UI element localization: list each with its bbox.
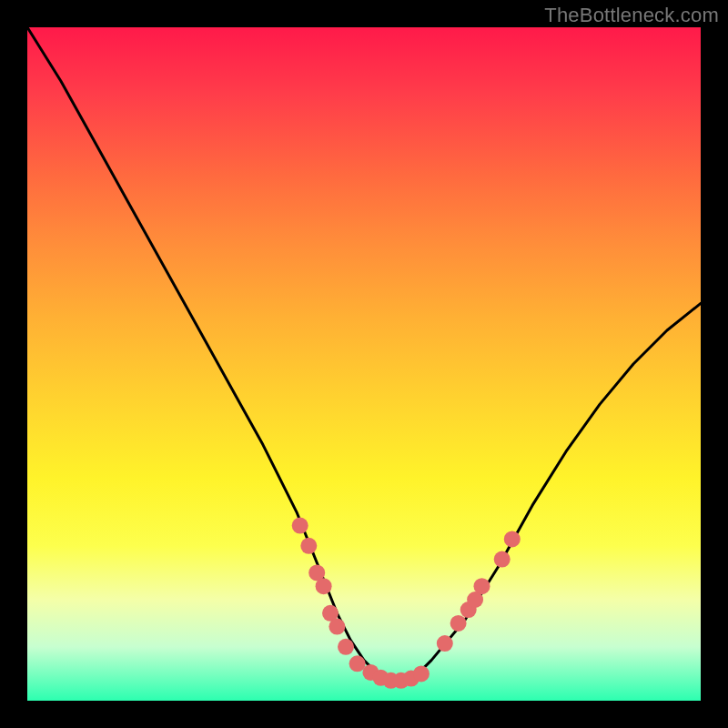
highlight-dot xyxy=(474,578,490,594)
highlight-dot xyxy=(338,639,354,655)
highlight-dot xyxy=(292,518,308,534)
chart-frame: TheBottleneck.com xyxy=(0,0,728,728)
highlight-dot xyxy=(329,619,345,635)
highlight-dot xyxy=(504,531,521,547)
bottleneck-curve xyxy=(27,27,701,681)
highlight-dot xyxy=(437,635,453,652)
plot-area xyxy=(27,27,701,701)
highlight-dot xyxy=(450,615,467,632)
highlight-dot xyxy=(349,655,366,672)
highlight-dot xyxy=(494,551,511,568)
highlight-dot xyxy=(413,665,430,682)
chart-svg xyxy=(27,27,701,701)
watermark-text: TheBottleneck.com xyxy=(544,4,719,27)
highlight-dot xyxy=(300,538,317,554)
highlight-dot xyxy=(316,578,332,594)
highlight-dots xyxy=(292,518,521,689)
